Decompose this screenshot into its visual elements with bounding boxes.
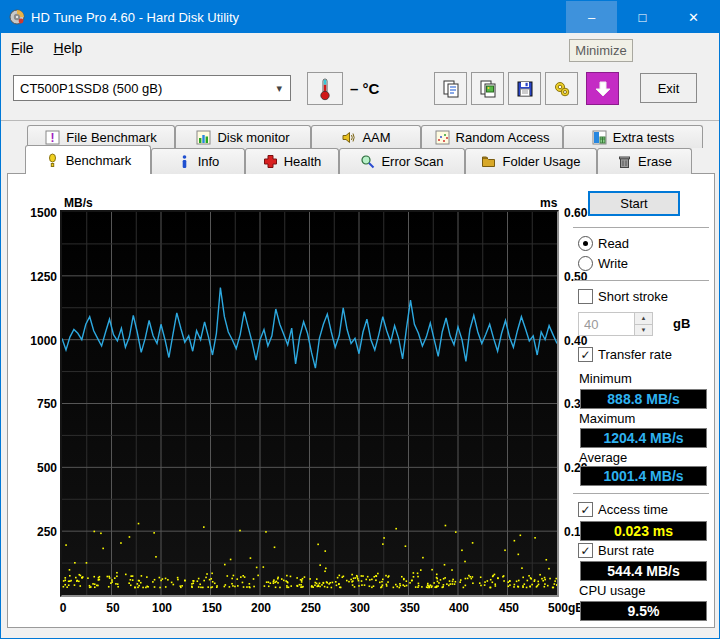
options-button[interactable]: [545, 72, 578, 105]
capacity-input[interactable]: [579, 313, 634, 335]
separator: [573, 280, 709, 282]
write-radio-label: Write: [598, 256, 628, 271]
copy-image-icon: [478, 79, 498, 99]
y-tick: 1250: [19, 270, 57, 284]
tab-label: Health: [284, 154, 322, 169]
right-axis-unit: ms: [540, 196, 557, 210]
transfer-rate-checkbox[interactable]: ✓ Transfer rate: [578, 347, 672, 362]
trash-icon: [617, 154, 632, 169]
tab-folder-usage[interactable]: Folder Usage: [465, 148, 597, 174]
tab-label: Extra tests: [613, 130, 674, 145]
maximum-value: 1204.4 MB/s: [580, 428, 707, 448]
speaker-icon: [341, 130, 356, 145]
tab-label: Erase: [638, 154, 672, 169]
capacity-spinner[interactable]: ▲ ▼: [578, 312, 653, 336]
file-benchmark-icon: !: [45, 130, 60, 145]
y2-tick: 0.40: [564, 334, 604, 348]
cpu-usage-label: CPU usage: [579, 583, 645, 598]
tab-label: Error Scan: [381, 154, 443, 169]
burst-rate-value: 544.4 MB/s: [580, 561, 707, 581]
transfer-rate-label: Transfer rate: [598, 347, 672, 362]
app-icon: [9, 9, 25, 25]
start-button[interactable]: Start: [588, 191, 680, 216]
average-value: 1001.4 MB/s: [580, 466, 707, 486]
tab-random-access[interactable]: Random Access: [421, 125, 563, 148]
app-window: HD Tune Pro 4.60 - Hard Disk Utility – □…: [0, 0, 720, 639]
x-tick: 100: [142, 601, 182, 615]
tab-erase[interactable]: Erase: [597, 148, 692, 174]
tab-health[interactable]: Health: [245, 148, 339, 174]
average-label: Average: [579, 450, 627, 465]
cpu-usage-value: 9.5%: [580, 601, 707, 621]
temperature-button[interactable]: [307, 72, 343, 105]
x-tick: 50: [93, 601, 133, 615]
tab-label: Random Access: [456, 130, 550, 145]
checkbox-icon: ✓: [578, 502, 593, 517]
minimize-button[interactable]: –: [566, 1, 617, 33]
y-tick: 500: [19, 461, 57, 475]
spinner-arrows: ▲ ▼: [634, 313, 652, 335]
left-axis-unit: MB/s: [64, 196, 93, 210]
y-tick: 1000: [19, 334, 57, 348]
tab-row-primary: Benchmark Info Health Error Scan: [25, 148, 692, 174]
x-tick: 0: [43, 601, 83, 615]
maximum-label: Maximum: [579, 411, 635, 426]
separator: [573, 493, 709, 495]
drive-select-value: CT500P1SSD8 (500 gB): [20, 81, 162, 96]
window-controls: – □ ✕: [566, 1, 719, 33]
access-time-label: Access time: [598, 502, 668, 517]
gears-icon: [552, 79, 572, 99]
tab-extra-tests[interactable]: Extra tests: [563, 125, 703, 148]
minimize-tooltip: Minimize: [569, 39, 633, 62]
x-tick: 250: [291, 601, 331, 615]
scatter-dots-icon: [435, 130, 450, 145]
y-tick: 750: [19, 397, 57, 411]
x-tick: 200: [241, 601, 281, 615]
info-icon: [177, 154, 192, 169]
folder-icon: [481, 154, 496, 169]
checkbox-icon: ✓: [578, 543, 593, 558]
tab-label: AAM: [362, 130, 390, 145]
menu-file[interactable]: File: [1, 36, 44, 60]
drive-select[interactable]: CT500P1SSD8 (500 gB) ▾: [13, 75, 291, 101]
y-tick: 1500: [19, 206, 57, 220]
close-button[interactable]: ✕: [668, 1, 719, 33]
spin-down-icon[interactable]: ▼: [635, 325, 652, 336]
tab-benchmark[interactable]: Benchmark: [25, 145, 151, 174]
tab-info[interactable]: Info: [151, 148, 245, 174]
health-cross-icon: [263, 154, 278, 169]
short-stroke-label: Short stroke: [598, 289, 668, 304]
minimize-to-tray-button[interactable]: [586, 72, 619, 105]
burst-rate-checkbox[interactable]: ✓ Burst rate: [578, 543, 654, 558]
read-radio[interactable]: Read: [578, 236, 629, 251]
copy-text-button[interactable]: [434, 72, 467, 105]
access-time-checkbox[interactable]: ✓ Access time: [578, 502, 668, 517]
tab-error-scan[interactable]: Error Scan: [339, 148, 465, 174]
tab-label: Info: [198, 154, 220, 169]
burst-rate-label: Burst rate: [598, 543, 654, 558]
copy-image-button[interactable]: [471, 72, 504, 105]
menu-help[interactable]: Help: [44, 36, 93, 60]
x-tick: 150: [192, 601, 232, 615]
write-radio[interactable]: Write: [578, 256, 628, 271]
tab-label: Folder Usage: [502, 154, 580, 169]
benchmark-icon: [45, 153, 60, 168]
save-button[interactable]: [508, 72, 541, 105]
tab-aam[interactable]: AAM: [311, 125, 421, 148]
access-time-value: 0.023 ms: [580, 521, 707, 541]
temperature-value: – °C: [350, 80, 379, 97]
maximize-button[interactable]: □: [617, 1, 668, 33]
y-tick: 250: [19, 525, 57, 539]
exit-button[interactable]: Exit: [640, 73, 697, 103]
benchmark-plot: [60, 210, 559, 597]
minimum-value: 888.8 MB/s: [580, 389, 707, 409]
tab-disk-monitor[interactable]: Disk monitor: [175, 125, 311, 148]
chevron-down-icon: ▾: [276, 82, 282, 95]
capacity-unit: gB: [673, 316, 690, 331]
save-icon: [515, 79, 535, 99]
magnifier-icon: [360, 154, 375, 169]
short-stroke-checkbox[interactable]: Short stroke: [578, 289, 668, 304]
down-arrow-icon: [594, 80, 612, 98]
extra-tests-icon: [592, 130, 607, 145]
spin-up-icon[interactable]: ▲: [635, 313, 652, 325]
